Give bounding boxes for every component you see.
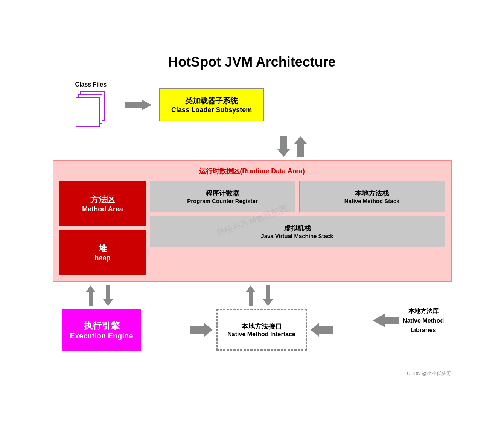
libraries-row: 本地方法库 Native Method Libraries xyxy=(373,306,444,335)
bottom-section: 执行引擎 Execution Engine 本地 xyxy=(53,285,452,366)
native-libraries-label: 本地方法库 Native Method Libraries xyxy=(403,306,444,335)
exec-second-arrow xyxy=(250,353,273,366)
exec-engine-cn: 执行引擎 xyxy=(84,320,120,332)
class-loader-arrow xyxy=(125,97,152,112)
left-column: 方法区 Method Area 堆 heap xyxy=(59,181,146,275)
jvm-stack-box: 虚拟机栈 Java Virtual Machine Stack xyxy=(150,216,445,247)
heap-cn: 堆 xyxy=(99,243,107,254)
method-area-box: 方法区 Method Area xyxy=(59,181,146,226)
native-arrows-top xyxy=(246,285,277,306)
bottom-center: 本地方法接口 Native Method Interface xyxy=(158,285,365,366)
method-area-en: Method Area xyxy=(82,205,123,213)
svg-marker-5 xyxy=(246,285,256,306)
right-column: 程序计数器 Program Counter Register 本地方法栈 Nat… xyxy=(150,181,445,275)
program-counter-en: Program Counter Register xyxy=(187,198,258,204)
native-interface-row: 本地方法接口 Native Method Interface xyxy=(190,309,333,351)
execution-engine-box: 执行引擎 Execution Engine xyxy=(62,309,141,351)
runtime-area: 尚硅谷JVM教程配图 运行时数据区(Runtime Data Area) 方法区… xyxy=(53,160,452,282)
jvm-stack-en: Java Virtual Machine Stack xyxy=(261,233,333,239)
exec-to-native-arrow xyxy=(190,322,213,337)
native-method-stack-cn: 本地方法栈 xyxy=(355,189,389,198)
libraries-arrow xyxy=(373,313,399,328)
native-method-stack-en: Native Method Stack xyxy=(344,198,400,204)
native-to-exec-arrow xyxy=(311,322,333,337)
page-title: HotSpot JVM Architecture xyxy=(53,54,452,70)
vertical-arrows-top xyxy=(136,136,452,157)
method-area-cn: 方法区 xyxy=(90,194,115,205)
runtime-label: 运行时数据区(Runtime Data Area) xyxy=(59,167,445,176)
bottom-left: 执行引擎 Execution Engine xyxy=(53,285,151,351)
file-page-3 xyxy=(76,97,100,127)
svg-marker-0 xyxy=(125,100,152,110)
svg-marker-6 xyxy=(263,285,273,306)
native-interface-cn: 本地方法接口 xyxy=(241,322,282,331)
credits: CSDN @小小低头哥 xyxy=(53,370,452,377)
svg-marker-4 xyxy=(103,285,113,306)
exec-arrows-top xyxy=(86,285,117,306)
native-interface-box: 本地方法接口 Native Method Interface xyxy=(216,309,307,351)
svg-marker-1 xyxy=(277,136,290,157)
svg-marker-7 xyxy=(190,323,213,337)
svg-marker-3 xyxy=(86,285,96,306)
svg-marker-8 xyxy=(311,323,333,337)
file-stack xyxy=(76,91,106,129)
native-method-stack-box: 本地方法栈 Native Method Stack xyxy=(299,181,445,212)
exec-engine-en: Execution Engine xyxy=(70,332,133,340)
jvm-stack-cn: 虚拟机栈 xyxy=(284,224,311,233)
class-loader-box: 类加载器子系统 Class Loader Subsystem xyxy=(159,88,264,121)
class-loader-en: Class Loader Subsystem xyxy=(171,106,252,114)
program-counter-cn: 程序计数器 xyxy=(206,189,239,198)
right-top-row: 程序计数器 Program Counter Register 本地方法栈 Nat… xyxy=(150,181,445,212)
class-loader-cn: 类加载器子系统 xyxy=(171,96,252,106)
svg-marker-2 xyxy=(294,136,307,157)
class-files-label: Class Files xyxy=(75,81,107,88)
bottom-right: 本地方法库 Native Method Libraries xyxy=(365,285,452,335)
native-interface-en: Native Method Interface xyxy=(227,331,295,338)
heap-box: 堆 heap xyxy=(59,230,146,275)
heap-en: heap xyxy=(94,254,110,262)
program-counter-box: 程序计数器 Program Counter Register xyxy=(150,181,295,212)
runtime-grid: 方法区 Method Area 堆 heap 程序计数器 Program Cou… xyxy=(59,181,445,275)
svg-marker-10 xyxy=(373,314,399,327)
class-files-group: Class Files xyxy=(75,81,107,129)
